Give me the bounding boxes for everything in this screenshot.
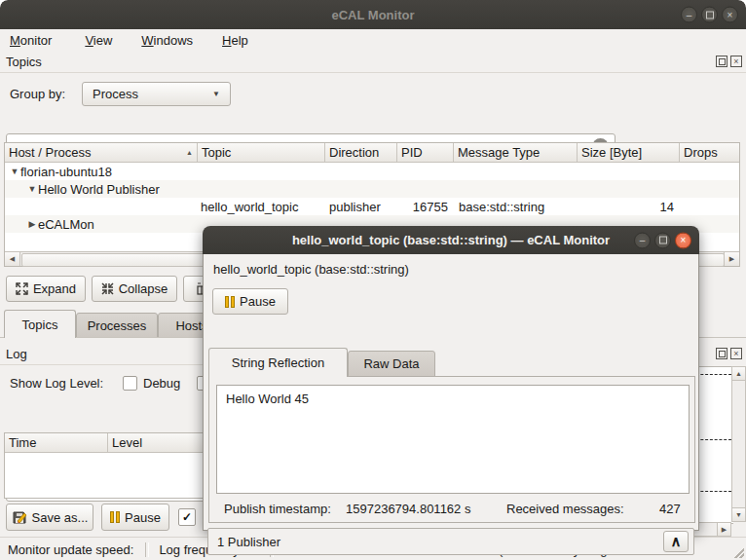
dialog-titlebar[interactable]: hello_world_topic (base:std::string) — e…: [203, 226, 699, 255]
group-by-select[interactable]: Process ▼: [82, 82, 231, 106]
column-message-type[interactable]: Message Type: [454, 143, 578, 162]
collapse-icon: [101, 282, 114, 295]
cell-size: 14: [550, 200, 674, 214]
topics-dock-separator: [0, 72, 746, 73]
table-row-host-group[interactable]: ▼ florian-ubuntu18: [5, 163, 739, 180]
main-titlebar[interactable]: eCAL Monitor – ×: [0, 0, 746, 30]
collapsed-group-label: eCALMon: [38, 217, 94, 232]
received-messages-label: Received messages:: [506, 502, 624, 516]
expanded-icon[interactable]: ▼: [9, 167, 20, 176]
log-pause-button[interactable]: Pause: [101, 504, 169, 531]
host-group-label: florian-ubuntu18: [20, 165, 112, 179]
publisher-bar[interactable]: 1 Publisher ∧: [207, 528, 694, 555]
dialog-heading: hello_world_topic (base:std::string): [213, 262, 409, 277]
column-size[interactable]: Size [Byte]: [578, 143, 680, 162]
pause-icon: [225, 296, 235, 308]
cell-pid: 16755: [397, 200, 448, 214]
scroll-left-icon[interactable]: ◀: [5, 252, 20, 266]
menu-monitor[interactable]: Monitor: [2, 29, 59, 51]
log-dock-controls: ×: [716, 348, 742, 359]
cell-message-type: base:std::string: [459, 200, 544, 214]
column-time[interactable]: Time: [5, 433, 108, 452]
chevron-up-icon: ∧: [671, 533, 682, 550]
dialog-body: hello_world_topic (base:std::string) Pau…: [203, 254, 699, 531]
topics-dock-controls: ×: [716, 56, 742, 67]
float-icon[interactable]: [716, 348, 727, 359]
tab-raw-data[interactable]: Raw Data: [348, 351, 435, 377]
scroll-right-icon[interactable]: ▶: [717, 523, 730, 536]
cell-direction: publisher: [329, 200, 381, 214]
table-row-process-group[interactable]: ▼ Hello World Publisher: [5, 180, 739, 198]
close-icon[interactable]: ×: [675, 232, 691, 248]
scroll-right-icon[interactable]: ▶: [724, 252, 739, 266]
window-title: eCAL Monitor: [332, 8, 415, 22]
dock-close-icon[interactable]: ×: [730, 56, 742, 67]
status-separator: [145, 542, 149, 557]
topics-dock-title: Topics: [6, 55, 42, 69]
menu-windows[interactable]: Windows: [133, 29, 201, 51]
maximize-icon[interactable]: [654, 232, 671, 248]
minimize-icon[interactable]: –: [681, 7, 697, 23]
message-text: Hello World 45: [226, 392, 309, 406]
chevron-down-icon: ▼: [212, 90, 220, 98]
collapsed-icon[interactable]: ▶: [26, 219, 38, 229]
close-icon[interactable]: ×: [722, 7, 738, 23]
scroll-down-icon[interactable]: ▼: [732, 507, 745, 521]
menu-view[interactable]: View: [77, 29, 120, 51]
topics-table-header: Host / Process ▲ Topic Direction PID Mes…: [5, 143, 739, 163]
tab-topics[interactable]: Topics: [4, 310, 76, 338]
menu-bar: Monitor View Windows Help: [0, 29, 746, 51]
sort-ascending-icon: ▲: [186, 149, 193, 156]
expanded-icon[interactable]: ▼: [26, 184, 38, 194]
float-icon[interactable]: [716, 56, 727, 67]
reflection-dialog: hello_world_topic (base:std::string) — e…: [203, 226, 699, 531]
tab-processes[interactable]: Processes: [76, 313, 158, 338]
table-row-topic[interactable]: hello_world_topic publisher 16755 base:s…: [5, 198, 739, 215]
group-by-value: Process: [93, 87, 138, 101]
menu-help[interactable]: Help: [214, 29, 256, 51]
column-direction[interactable]: Direction: [325, 143, 397, 162]
expand-icon: [16, 282, 28, 295]
column-topic[interactable]: Topic: [198, 143, 325, 162]
column-host-process[interactable]: Host / Process ▲: [5, 143, 198, 162]
publisher-count: 1 Publisher: [217, 535, 280, 549]
column-drops[interactable]: Drops: [680, 143, 735, 162]
dialog-pause-button[interactable]: Pause: [212, 288, 288, 315]
dialog-window-controls: – ×: [634, 232, 691, 248]
tab-string-reflection[interactable]: String Reflection: [208, 348, 348, 377]
expand-button[interactable]: Expand: [6, 276, 86, 302]
dock-close-icon[interactable]: ×: [730, 348, 742, 359]
scroll-up-icon[interactable]: ▲: [732, 367, 745, 381]
dialog-title: hello_world_topic (base:std::string) — e…: [292, 233, 610, 247]
debug-checkbox[interactable]: [123, 376, 137, 391]
cell-topic: hello_world_topic: [201, 200, 298, 214]
collapse-button[interactable]: Collapse: [92, 276, 177, 302]
window-controls: – ×: [681, 7, 738, 23]
collapse-details-button[interactable]: ∧: [663, 531, 689, 552]
save-as-button[interactable]: Save as...: [6, 504, 93, 531]
show-log-level-label: Show Log Level:: [10, 376, 103, 391]
ecal-monitor-window: eCAL Monitor – × Monitor View Windows He…: [0, 0, 746, 560]
message-area[interactable]: Hello World 45: [216, 385, 690, 494]
status-monitor-speed: Monitor update speed:: [8, 542, 133, 557]
pause-icon: [110, 511, 120, 523]
log-dock-title: Log: [6, 347, 27, 361]
debug-label: Debug: [143, 376, 180, 391]
save-icon: [12, 509, 27, 525]
publish-timestamp-label: Publish timestamp:: [224, 502, 331, 516]
size-grip[interactable]: [731, 545, 744, 558]
column-pid[interactable]: PID: [397, 143, 454, 162]
right-panel-vscrollbar[interactable]: ▲ ▼: [731, 366, 746, 522]
check-icon: ✓: [182, 510, 192, 524]
reflection-pane: Hello World 45 Publish timestamp: 159723…: [208, 376, 695, 523]
received-messages-value: 427: [659, 502, 681, 516]
autoscroll-checkbox[interactable]: ✓: [178, 508, 196, 526]
publish-timestamp-value: 1597236794.801162 s: [346, 502, 470, 516]
minimize-icon[interactable]: –: [634, 232, 651, 248]
process-group-label: Hello World Publisher: [38, 182, 160, 197]
maximize-icon[interactable]: [701, 7, 718, 23]
group-by-label: Group by:: [10, 87, 65, 101]
